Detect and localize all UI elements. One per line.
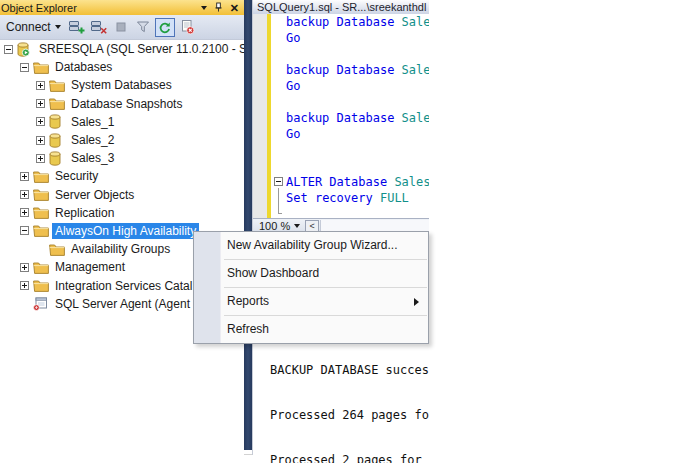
query-editor-region: SQLQuery1.sql - SR...\sreekanthdl backup… — [252, 0, 429, 455]
database-icon — [49, 151, 65, 166]
code-line: ALTER Database Sales — [271, 174, 429, 190]
disconnect-server-button[interactable] — [89, 17, 109, 37]
connect-server-icon — [69, 19, 85, 35]
refresh-button[interactable] — [155, 18, 175, 37]
tree-item-database-snapshots[interactable]: Database Snapshots — [0, 95, 244, 113]
ssms-window: Object Explorer ✕ Connect — [0, 0, 429, 455]
tree-item-sreesqla[interactable]: SREESQLA (SQL Server 11.0.2100 - SREEI — [0, 40, 244, 58]
code-fold-guide — [278, 188, 279, 214]
panel-title: Object Explorer — [1, 2, 77, 14]
window-position-icon[interactable] — [201, 6, 207, 10]
expand-expander-icon[interactable] — [36, 136, 45, 145]
expand-expander-icon[interactable] — [36, 117, 45, 126]
code-line — [271, 158, 429, 174]
connect-button[interactable]: Connect — [3, 18, 66, 36]
menu-item-show-dashboard[interactable]: Show Dashboard — [194, 260, 428, 287]
menu-item-refresh[interactable]: Refresh — [194, 316, 428, 343]
database-icon — [49, 114, 65, 129]
context-menu: New Availability Group Wizard... Show Da… — [193, 231, 429, 344]
panel-splitter[interactable] — [244, 0, 252, 450]
refresh-icon — [157, 20, 172, 35]
stop-icon — [113, 19, 129, 35]
tree-item-sales-1[interactable]: Sales_1 — [0, 113, 244, 131]
tree-item-security[interactable]: Security — [0, 167, 244, 185]
expand-expander-icon[interactable] — [20, 190, 29, 199]
menu-item-reports[interactable]: Reports — [194, 288, 428, 315]
expand-expander-icon[interactable] — [36, 99, 45, 108]
script-button[interactable] — [177, 17, 197, 37]
message-line: Processed 2 pages for — [270, 453, 429, 463]
object-explorer-panel: Object Explorer ✕ Connect — [0, 0, 244, 455]
tree-item-label-selected: AlwaysOn High Availability — [52, 223, 199, 239]
expand-expander-icon[interactable] — [20, 208, 29, 217]
code-editor[interactable]: backup Database Sale Go backup Database … — [271, 14, 429, 218]
folder-icon — [33, 278, 49, 293]
tree-item-sales-2[interactable]: Sales_2 — [0, 131, 244, 149]
menu-item-new-availability-group-wizard[interactable]: New Availability Group Wizard... — [194, 232, 428, 259]
document-tab-strip: SQLQuery1.sql - SR...\sreekanthdl — [253, 0, 429, 14]
expand-expander-icon[interactable] — [20, 263, 29, 272]
tree-item-label: SQL Server Agent (Agent — [52, 296, 193, 312]
folder-icon — [49, 78, 65, 93]
tree-item-label: Databases — [52, 59, 115, 75]
filter-icon — [135, 19, 151, 35]
pin-icon[interactable] — [214, 2, 223, 13]
folder-icon — [33, 60, 49, 75]
stop-button[interactable] — [111, 17, 131, 37]
code-line — [271, 94, 429, 110]
code-line: backup Database Sale — [271, 14, 429, 30]
folder-icon — [49, 96, 65, 111]
chevron-down-icon — [294, 224, 300, 228]
chevron-down-icon — [55, 25, 61, 29]
code-line: backup Database Sale — [271, 110, 429, 126]
code-line: Go — [271, 30, 429, 46]
filter-button[interactable] — [133, 17, 153, 37]
code-line: Set recovery FULL — [271, 190, 429, 206]
disconnect-server-icon — [91, 19, 107, 35]
collapse-expander-icon[interactable] — [4, 45, 13, 54]
tree-item-system-databases[interactable]: System Databases — [0, 76, 244, 94]
expand-expander-icon[interactable] — [20, 281, 29, 290]
code-fold-collapse-icon[interactable] — [274, 177, 283, 186]
menu-item-label: Reports — [227, 288, 269, 315]
tree-item-server-objects[interactable]: Server Objects — [0, 186, 244, 204]
tree-item-label: SREESQLA (SQL Server 11.0.2100 - SREEI — [36, 41, 244, 57]
expand-expander-icon[interactable] — [20, 172, 29, 181]
tree-item-label: Availability Groups — [68, 241, 173, 257]
menu-item-label: Show Dashboard — [227, 260, 319, 287]
server-icon — [17, 42, 33, 57]
collapse-expander-icon[interactable] — [20, 226, 29, 235]
tree-item-databases[interactable]: Databases — [0, 58, 244, 76]
code-line: Go — [271, 126, 429, 142]
tree-item-label: Management — [52, 259, 128, 275]
close-icon[interactable]: ✕ — [230, 3, 239, 13]
menu-item-label: New Availability Group Wizard... — [227, 232, 398, 259]
connect-label: Connect — [6, 20, 51, 34]
expand-expander-icon[interactable] — [36, 81, 45, 90]
connect-server-button[interactable] — [67, 17, 87, 37]
script-error-icon — [179, 19, 195, 35]
tree-item-label: Integration Services Catal — [52, 278, 195, 294]
tree-item-sales-3[interactable]: Sales_3 — [0, 149, 244, 167]
database-icon — [49, 133, 65, 148]
folder-icon — [33, 187, 49, 202]
folder-icon — [33, 260, 49, 275]
expand-expander-icon[interactable] — [36, 154, 45, 163]
collapse-expander-icon[interactable] — [20, 63, 29, 72]
tree-item-label: Security — [52, 168, 101, 184]
code-line: Go — [271, 78, 429, 94]
code-line — [271, 46, 429, 62]
agent-icon — [33, 296, 49, 311]
tree-item-label: Sales_2 — [68, 132, 117, 148]
tab-sqlquery1[interactable]: SQLQuery1.sql - SR...\sreekanthdl — [253, 0, 429, 14]
tree-item-label: System Databases — [68, 77, 175, 93]
tree-item-replication[interactable]: Replication — [0, 204, 244, 222]
object-explorer-toolbar: Connect — [0, 15, 244, 40]
messages-text: BACKUP DATABASE succes Processed 264 pag… — [270, 333, 429, 463]
folder-icon — [33, 169, 49, 184]
folder-icon — [33, 205, 49, 220]
code-line — [271, 142, 429, 158]
code-line: backup Database Sale — [271, 62, 429, 78]
message-line: BACKUP DATABASE succes — [270, 363, 429, 378]
tree-item-label: Sales_3 — [68, 150, 117, 166]
